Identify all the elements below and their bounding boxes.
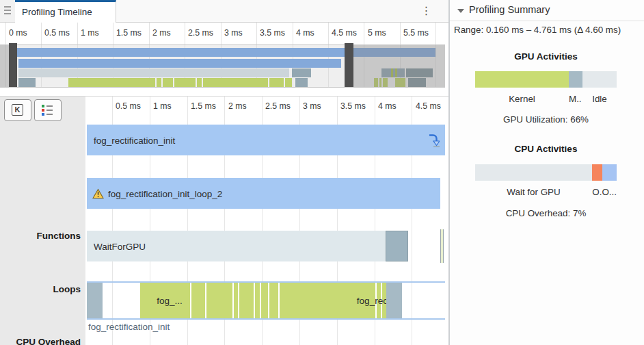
ruler-tick: 5.5 ms (403, 28, 429, 38)
ruler-tick: 0 ms (9, 28, 27, 38)
track-sidebar: K Functions Loops CPU Overhead GPU Activ… (0, 97, 85, 345)
gpu-track-caption: fog_rectification_init (88, 322, 170, 332)
kernel-icon: K (12, 104, 23, 116)
overview-segment (18, 59, 341, 68)
ruler-tick: 1.5 ms (116, 28, 142, 38)
ruler-tick: 0.5 ms (116, 101, 141, 111)
overview-strip[interactable] (0, 45, 445, 88)
cpu-activities-bar (475, 164, 617, 181)
profiling-timeline-pane: Profiling Timeline ⋮ 0 ms 0.5 ms 1 ms 1.… (0, 0, 448, 345)
gpu-track-bottom-line (87, 318, 445, 320)
ruler-tick: 4 ms (296, 28, 314, 38)
app-window: Profiling Timeline ⋮ 0 ms 0.5 ms 1 ms 1.… (0, 0, 644, 345)
gpu-activities-bar (475, 71, 617, 88)
jump-to-gpu-icon[interactable] (428, 133, 440, 147)
cpu-wait-bar[interactable]: WaitForGPU (87, 231, 386, 261)
pane-grip-handle[interactable] (0, 0, 16, 22)
overview-segment (18, 78, 36, 87)
cpu-overhead-segment (592, 164, 602, 181)
ruler-tick: 1 ms (81, 28, 99, 38)
summary-range: Range: 0.160 ms – 4.761 ms (Δ 4.60 ms) (454, 25, 621, 35)
cpu-overhead-label: O.O... (562, 187, 617, 197)
overview-segment (295, 78, 308, 87)
tab-bar: Profiling Timeline ⋮ (0, 0, 448, 23)
ruler-tick: 5 ms (368, 28, 386, 38)
tab-profiling-timeline[interactable]: Profiling Timeline (15, 0, 116, 23)
overview-segment (292, 68, 311, 77)
gpu-memcpy-block-2[interactable] (386, 283, 402, 318)
ruler-tick: 4.5 ms (416, 101, 441, 111)
timeline-detail-section: K Functions Loops CPU Overhead GPU Activ… (0, 96, 448, 345)
collapse-arrow-icon[interactable] (457, 9, 464, 13)
overview-segment (68, 78, 284, 87)
range-handle-right[interactable] (345, 43, 353, 87)
ruler-tick: 2.5 ms (265, 101, 291, 111)
gpu-idle-segment (582, 71, 617, 88)
gpu-utilization-text: GPU Utilization: 66% (468, 114, 623, 125)
cpu-overhead-block[interactable] (386, 231, 408, 261)
ruler-tick: 1.5 ms (191, 101, 216, 111)
overview-segment (285, 78, 292, 87)
ruler-tick: 3 ms (224, 28, 243, 38)
timeline-canvas[interactable]: 0.5 ms 1 ms 1.5 ms 2 ms 2.5 ms 3 ms 3.5 … (85, 97, 445, 345)
track-label-cpu: CPU Overhead (0, 337, 81, 345)
cpu-other-segment (602, 164, 617, 181)
range-handle-left[interactable] (9, 43, 17, 87)
gpu-kernel-label: Kernel (475, 94, 569, 104)
ruler-tick: 4.5 ms (332, 28, 357, 38)
ruler-tick: 2.5 ms (188, 28, 213, 38)
cpu-overhead-text: CPU Overhead: 7% (468, 208, 623, 218)
ruler-tick: 2 ms (228, 101, 247, 111)
kebab-menu-icon[interactable]: ⋮ (419, 3, 434, 19)
gpu-kernel-bar[interactable]: fog_... fog_rec... (140, 283, 386, 318)
overview-segment (18, 68, 289, 77)
loops-bar[interactable]: fog_rectification_init_loop_2 (87, 178, 440, 209)
ruler-tick: 3.5 ms (260, 28, 285, 38)
gpu-kernel-label-1: fog_... (146, 296, 193, 306)
track-label-functions: Functions (0, 231, 81, 241)
warning-triangle-icon (92, 188, 104, 199)
gpu-memcpy-segment (569, 71, 582, 88)
summary-title: Profiling Summary (469, 4, 550, 15)
track-label-loops: Loops (0, 284, 81, 294)
functions-bar-label: fog_rectification_init (94, 135, 175, 145)
tab-label: Profiling Timeline (22, 7, 92, 17)
ruler-tick: 1 ms (153, 101, 172, 111)
cpu-overhead-sliver[interactable] (440, 229, 444, 263)
profiling-summary-panel: Profiling Summary Range: 0.160 ms – 4.76… (448, 0, 644, 345)
summary-header[interactable]: Profiling Summary (450, 0, 644, 21)
cpu-wait-segment (475, 164, 592, 181)
summary-cpu-title: CPU Activities (475, 144, 617, 154)
gpu-memcpy-label: M.. (569, 94, 582, 104)
overview-dim-left (0, 45, 9, 87)
ruler-tick: 2 ms (152, 28, 171, 38)
gpu-kernel-segment (475, 71, 569, 88)
functions-bar[interactable]: fog_rectification_init (87, 125, 445, 155)
ruler-tick: 0.5 ms (44, 28, 70, 38)
legend-list-icon (42, 105, 53, 115)
cpu-bar-label: WaitForGPU (94, 241, 146, 251)
ruler-tick: 3.5 ms (340, 101, 366, 111)
ruler-tick: 3 ms (303, 101, 321, 111)
gpu-memcpy-block[interactable] (87, 283, 103, 318)
gpu-idle-label: Idle (586, 94, 613, 104)
ruler-tick: 4 ms (378, 101, 397, 111)
overview-ruler[interactable]: 0 ms 0.5 ms 1 ms 1.5 ms 2 ms 2.5 ms 3 ms… (0, 23, 445, 45)
loops-bar-label: fog_rectification_init_loop_2 (108, 188, 222, 199)
summary-gpu-title: GPU Activities (475, 51, 617, 62)
legend-button[interactable] (34, 99, 62, 121)
overview-dim-right (353, 45, 445, 87)
kernel-marker-button[interactable]: K (4, 99, 31, 121)
